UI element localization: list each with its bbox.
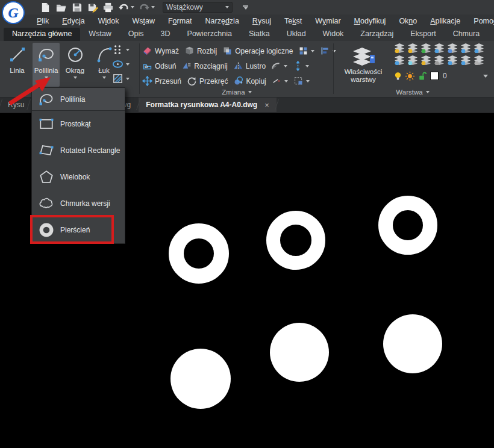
menu-item-chmurka-wersji[interactable]: Chmurka wersji	[32, 190, 125, 217]
workspace-combo[interactable]: Wstążkowy	[163, 2, 233, 13]
filled-donut-entity[interactable]	[270, 323, 329, 382]
menu-item-okno[interactable]: Okno	[392, 16, 424, 26]
layer-freeze-button[interactable]	[406, 55, 419, 67]
layer-isolate-icon	[447, 43, 458, 55]
redo-icon	[139, 2, 150, 13]
menu-item-rotated-rectangle[interactable]: Rotated Rectangle	[32, 137, 125, 164]
points-grid-button[interactable]	[112, 44, 130, 55]
tool-button-odsuń[interactable]: Odsuń	[142, 61, 176, 71]
menu-item-rysuj[interactable]: Rysuj	[246, 16, 278, 26]
layer-previous-button[interactable]	[433, 43, 446, 55]
layer-properties-button[interactable]: Właściwości warstwy	[337, 43, 389, 87]
quick-access-toolbar: Wstążkowy	[40, 1, 248, 14]
layer-walk-button[interactable]	[393, 43, 406, 55]
chevron-down-icon	[244, 7, 248, 10]
trim-button[interactable]	[272, 76, 288, 86]
doc-tab-3[interactable]: Formatka rysunkowa A4-A0.dwg×	[139, 98, 277, 112]
tool-button-operacje-logiczne[interactable]: Operacje logiczne	[222, 46, 293, 56]
tool-button-lustro[interactable]: Lustro	[233, 61, 266, 71]
layer-panel-label[interactable]: Warstwa	[335, 89, 490, 96]
ribbon-tab-wstaw[interactable]: Wstaw	[80, 28, 120, 41]
save-as-button[interactable]	[87, 2, 98, 13]
menu-item-wymiar[interactable]: Wymiar	[308, 16, 347, 26]
layer-merge-button[interactable]	[433, 55, 446, 67]
tool-button-rozciągnij[interactable]: Rozciągnij	[181, 61, 227, 71]
menu-item-modyfikuj[interactable]: Modyfikuj	[348, 16, 393, 26]
tool-button-label: Rozbij	[197, 47, 217, 55]
circle-tool-icon	[65, 45, 86, 65]
menu-item-plik[interactable]: Plik	[30, 16, 55, 26]
ribbon-tab-narzędzia-główne[interactable]: Narzędzia główne	[4, 28, 80, 41]
ellipse-button[interactable]	[112, 58, 130, 70]
layer-unisolate-button[interactable]	[459, 43, 472, 55]
filled-donut-entity[interactable]	[170, 349, 231, 409]
trim-icon	[272, 76, 282, 86]
ribbon-tab-siatka[interactable]: Siatka	[240, 28, 278, 41]
layer-color-swatch[interactable]	[430, 72, 439, 80]
menu-item-widok[interactable]: Widok	[92, 16, 126, 26]
tool-button-przekręć[interactable]: Przekręć	[187, 76, 228, 86]
chevron-down-icon	[284, 80, 288, 82]
filled-donut-entity[interactable]	[383, 314, 442, 373]
new-file-button[interactable]	[40, 2, 51, 13]
donut-entity[interactable]	[266, 211, 325, 270]
draw-panel-extra	[112, 44, 130, 84]
qat-customize-button[interactable]	[243, 5, 248, 10]
lengthen-icon	[293, 61, 303, 71]
print-button[interactable]	[102, 2, 114, 13]
layer-translator-button[interactable]	[459, 55, 472, 67]
lengthen-button[interactable]	[293, 61, 309, 71]
ribbon-tab-zarządzaj[interactable]: Zarządzaj	[352, 28, 402, 41]
menu-item-edycja[interactable]: Edycja	[55, 16, 92, 26]
ribbon-tab-układ[interactable]: Układ	[278, 28, 314, 41]
layer-states-button[interactable]	[472, 55, 486, 67]
menu-item-pomoc[interactable]: Pomoc	[467, 16, 494, 26]
menu-item-wstaw[interactable]: Wstaw	[125, 16, 161, 26]
menu-item-label: Wielobok	[60, 173, 90, 181]
ribbon-tab-3d[interactable]: 3D	[152, 28, 179, 41]
tool-button-wymaż[interactable]: Wymaż	[142, 46, 179, 56]
ribbon-tab-opis[interactable]: Opis	[120, 28, 152, 41]
app-logo-icon[interactable]: G	[2, 1, 25, 24]
ribbon-tab-eksport[interactable]: Eksport	[402, 28, 444, 41]
undo-button[interactable]	[118, 2, 134, 13]
layer-match-button[interactable]	[406, 43, 419, 55]
layer-isolate-button[interactable]	[446, 43, 459, 55]
layer-combo[interactable]: 0	[393, 70, 488, 82]
fillet-button[interactable]	[271, 61, 287, 71]
menu-item-prostokąt[interactable]: Prostokąt	[32, 111, 125, 137]
menu-item-narzędzia[interactable]: Narzędzia	[199, 16, 246, 26]
print-icon	[102, 2, 114, 13]
layer-set-current-button[interactable]	[419, 43, 433, 55]
open-folder-button[interactable]	[55, 2, 67, 13]
layer-lock-button[interactable]	[419, 55, 433, 67]
menu-item-wielobok[interactable]: Wielobok	[32, 164, 125, 190]
hatch-button[interactable]	[112, 73, 130, 84]
ribbon-tab-widok[interactable]: Widok	[314, 28, 352, 41]
array-button[interactable]	[298, 46, 314, 56]
align-button[interactable]	[320, 46, 336, 56]
tool-button-przesuń[interactable]: Przesuń	[142, 76, 181, 86]
close-icon[interactable]: ×	[264, 101, 269, 110]
redo-button[interactable]	[139, 2, 155, 13]
layer-off-button[interactable]	[393, 55, 406, 67]
copy-icon	[233, 76, 243, 86]
layer-delete-button[interactable]	[446, 55, 459, 67]
save-button[interactable]	[71, 2, 83, 13]
ribbon-tab-aplikacje[interactable]: Aplikacje	[488, 28, 494, 41]
ribbon-tab-powierzchnia[interactable]: Powierzchnia	[179, 28, 240, 41]
menu-item-aplikacje[interactable]: Aplikacje	[424, 16, 467, 26]
ribbon-tab-chmura[interactable]: Chmura	[445, 28, 488, 41]
chevron-down-icon	[102, 76, 106, 79]
tool-button-okrąg[interactable]: Okrąg	[61, 43, 89, 87]
tool-button-rozbij[interactable]: Rozbij	[184, 46, 217, 56]
menu-item-format[interactable]: Format	[161, 16, 199, 26]
tool-button-kopiuj[interactable]: Kopiuj	[233, 76, 266, 86]
chevron-down-icon	[311, 50, 314, 52]
scale-button[interactable]	[293, 76, 310, 86]
donut-entity[interactable]	[169, 223, 229, 284]
donut-entity[interactable]	[378, 196, 437, 255]
menu-item-tekst[interactable]: Tekst	[278, 16, 308, 26]
layer-settings-button[interactable]	[472, 43, 486, 55]
modify-panel-label[interactable]: Zmiana	[142, 89, 331, 96]
